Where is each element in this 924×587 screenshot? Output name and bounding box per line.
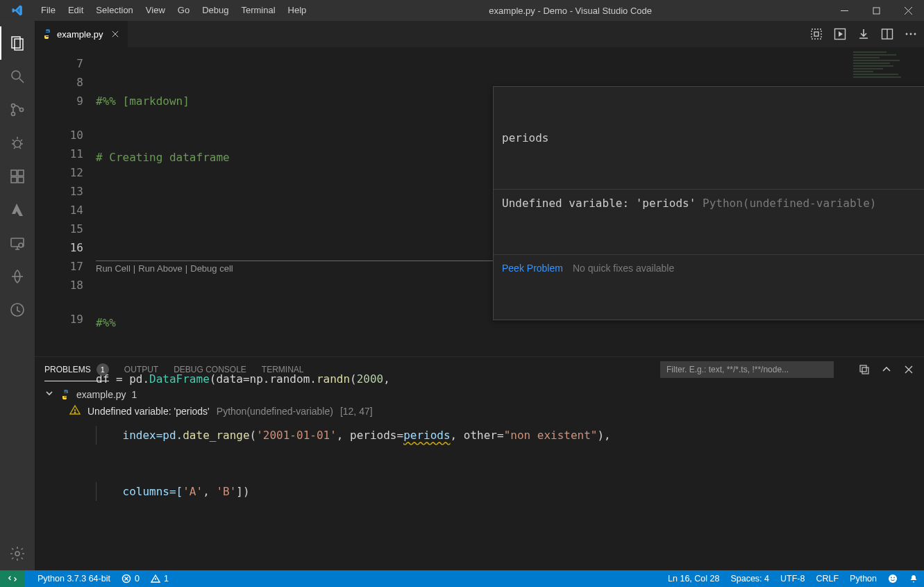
svg-point-5: [12, 113, 15, 116]
editor-actions: [810, 21, 924, 47]
activity-search[interactable]: [0, 60, 35, 93]
svg-point-21: [910, 33, 912, 35]
menu-go[interactable]: Go: [171, 0, 196, 21]
activity-azure[interactable]: [0, 193, 35, 226]
editor-group: example.py 7 8 9 10 11 12 13: [35, 21, 924, 570]
activitybar: [0, 21, 35, 570]
svg-point-6: [20, 108, 24, 112]
svg-point-20: [906, 33, 908, 35]
editor-tabs: example.py: [35, 21, 924, 47]
python-file-icon: [42, 28, 53, 40]
svg-point-30: [893, 577, 895, 579]
vscode-logo-icon: [0, 4, 35, 17]
line-gutter: 7 8 9 10 11 12 13 14 15 16 17 18 19: [35, 47, 96, 356]
menu-debug[interactable]: Debug: [196, 0, 235, 21]
hover-title: periods: [494, 124, 924, 151]
hover-message: Undefined variable: 'periods' Python(und…: [494, 189, 924, 217]
show-variables-icon[interactable]: [810, 28, 823, 40]
status-language[interactable]: Python: [844, 574, 882, 584]
svg-point-4: [12, 104, 15, 108]
activity-settings[interactable]: [0, 537, 35, 570]
panel-close-icon[interactable]: [903, 364, 914, 375]
maximize-button[interactable]: [860, 0, 892, 21]
codelens-run-cell[interactable]: Run Cell: [96, 263, 131, 274]
svg-rect-9: [18, 170, 24, 176]
svg-rect-25: [862, 367, 868, 374]
squiggle-periods[interactable]: periods: [403, 429, 450, 442]
svg-point-28: [889, 574, 897, 583]
menu-edit[interactable]: Edit: [62, 0, 90, 21]
activity-extensions[interactable]: [0, 160, 35, 193]
chevron-down-icon: [44, 388, 54, 400]
svg-point-22: [914, 33, 916, 35]
editor-area[interactable]: 7 8 9 10 11 12 13 14 15 16 17 18 19 #%% …: [35, 47, 924, 356]
status-feedback-icon[interactable]: [882, 574, 903, 584]
panel-tab-problems[interactable]: PROBLEMS 1: [44, 363, 109, 376]
svg-point-15: [15, 552, 19, 556]
hover-peek-problem[interactable]: Peek Problem: [502, 259, 563, 278]
svg-point-13: [19, 243, 23, 247]
menu-view[interactable]: View: [140, 0, 171, 21]
activity-environment[interactable]: [0, 260, 35, 293]
menu-selection[interactable]: Selection: [90, 0, 139, 21]
menu-file[interactable]: File: [35, 0, 62, 21]
codelens-run-above[interactable]: Run Above: [138, 263, 183, 274]
hover-no-fix: No quick fixes available: [573, 259, 674, 278]
more-actions-icon[interactable]: [905, 28, 917, 40]
tab-label: example.py: [57, 29, 103, 40]
menubar: File Edit Selection View Go Debug Termin…: [35, 0, 312, 21]
titlebar: File Edit Selection View Go Debug Termin…: [0, 0, 924, 21]
svg-rect-11: [18, 177, 24, 183]
activity-debug[interactable]: [0, 126, 35, 160]
activity-scm[interactable]: [0, 93, 35, 126]
svg-rect-8: [11, 170, 17, 176]
code-pane[interactable]: #%% [markdown] # Creating dataframe Run …: [96, 47, 848, 356]
close-button[interactable]: [892, 0, 924, 21]
python-file-icon: [60, 389, 71, 400]
svg-rect-0: [873, 8, 880, 14]
activity-explorer[interactable]: [0, 26, 35, 60]
svg-point-3: [12, 71, 20, 79]
activity-remote[interactable]: [0, 226, 35, 260]
svg-rect-24: [860, 365, 866, 372]
status-notifications-icon[interactable]: [903, 574, 924, 584]
main: example.py 7 8 9 10 11 12 13: [0, 21, 924, 570]
hover-widget: periods Undefined variable: 'periods' Py…: [493, 86, 924, 320]
remote-indicator[interactable]: [0, 570, 25, 587]
import-icon[interactable]: [857, 28, 870, 40]
menu-terminal[interactable]: Terminal: [235, 0, 281, 21]
window-title: example.py - Demo - Visual Studio Code: [312, 6, 828, 16]
menu-help[interactable]: Help: [282, 0, 313, 21]
tab-example-py[interactable]: example.py: [35, 21, 128, 47]
svg-rect-16: [812, 29, 821, 39]
svg-point-26: [74, 412, 76, 413]
svg-point-29: [891, 577, 892, 579]
activity-live[interactable]: [0, 293, 35, 326]
split-editor-icon[interactable]: [881, 28, 893, 40]
tab-close-icon[interactable]: [110, 28, 121, 40]
warning-icon: [69, 404, 81, 417]
minimize-button[interactable]: [828, 0, 860, 21]
svg-rect-10: [11, 177, 17, 183]
svg-rect-17: [814, 32, 818, 36]
panel-maximize-icon[interactable]: [881, 364, 892, 375]
svg-point-7: [14, 140, 21, 147]
problems-count-badge: 1: [96, 363, 109, 376]
run-file-icon[interactable]: [834, 28, 846, 40]
codelens-debug-cell[interactable]: Debug cell: [190, 263, 233, 274]
collapse-all-icon[interactable]: [859, 364, 870, 375]
window-controls: [828, 0, 924, 21]
